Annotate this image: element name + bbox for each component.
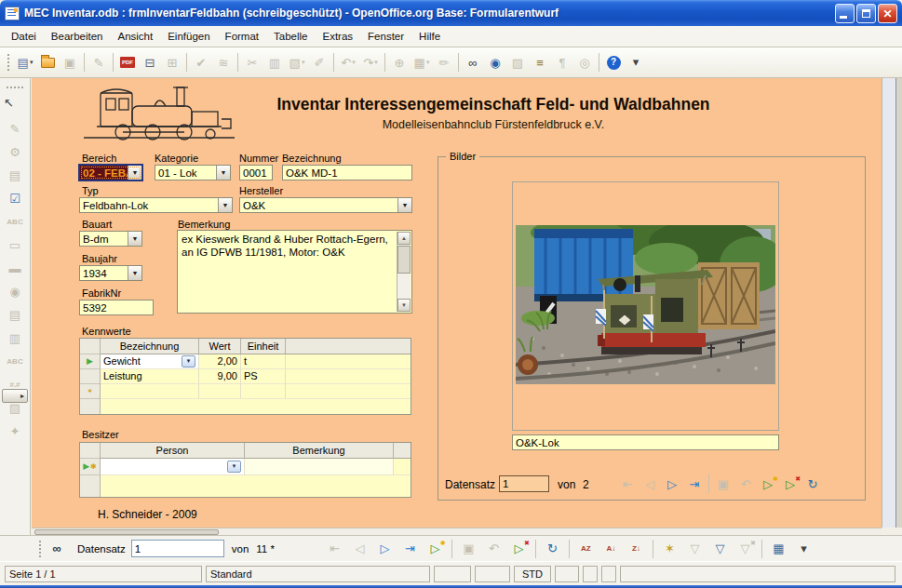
toolbar-overflow-button[interactable]: ▾ — [792, 539, 815, 559]
checkbox-control-button[interactable]: ☑ — [4, 187, 26, 210]
new-document-button[interactable]: ▤▾ — [14, 52, 36, 74]
bereich-combobox[interactable]: 02 - FEBA ▼ — [78, 164, 143, 181]
cell-bezeichnung[interactable] — [101, 384, 199, 399]
hersteller-combobox[interactable]: O&K ▼ — [239, 197, 412, 213]
grid-corner[interactable] — [80, 339, 101, 354]
cell-bemerkung[interactable] — [245, 459, 394, 475]
data-sources-button[interactable]: ≡ — [529, 52, 551, 74]
status-insert-mode[interactable]: STD — [514, 566, 551, 582]
sort-button[interactable]: AZ — [574, 539, 598, 559]
cell-einheit[interactable]: t — [241, 354, 286, 369]
menu-item-extras[interactable]: Extras — [315, 28, 360, 45]
cell-wert[interactable]: 9,00 — [199, 369, 241, 384]
refresh-button[interactable]: ↻ — [541, 539, 564, 559]
menu-item-fenster[interactable]: Fenster — [360, 28, 411, 45]
sort-ascending-button[interactable]: A↓ — [599, 539, 623, 559]
row-selector[interactable] — [80, 475, 101, 497]
typ-dropdown-button[interactable]: ▼ — [218, 198, 232, 212]
autofilter-button[interactable]: ✶ — [658, 539, 681, 559]
cell-bezeichnung[interactable]: Gewicht▼ — [101, 354, 199, 369]
table-row-new[interactable]: ▶✱ ▼ — [80, 459, 411, 475]
baujahr-dropdown-button[interactable]: ▼ — [128, 266, 141, 280]
refresh-button[interactable]: ↻ — [801, 474, 824, 493]
column-header-person[interactable]: Person — [101, 443, 245, 459]
navigator-button[interactable]: ◉ — [484, 52, 506, 74]
fabriknr-input[interactable] — [79, 300, 154, 315]
toolbar-grip[interactable] — [37, 539, 42, 559]
nummer-input[interactable] — [239, 165, 273, 180]
cell-wert[interactable]: 2,00 — [199, 354, 241, 369]
table-row-new[interactable]: ✶ — [80, 384, 411, 399]
bilder-record-input[interactable] — [499, 475, 549, 492]
title-bar[interactable]: MEC Inventar.odb : frmInventarFeldbahn (… — [0, 0, 902, 26]
record-number-input[interactable] — [131, 540, 224, 557]
grid-corner[interactable] — [80, 443, 101, 459]
menu-item-ansicht[interactable]: Ansicht — [110, 28, 160, 45]
row-selector[interactable]: ▶✱ — [80, 459, 101, 475]
open-button[interactable] — [36, 52, 59, 74]
menu-item-format[interactable]: Format — [218, 28, 266, 45]
baujahr-combobox[interactable]: 1934 ▼ — [79, 265, 142, 281]
cell-dropdown-button[interactable]: ▼ — [227, 461, 241, 473]
toolbar-overflow-button[interactable]: ▾ — [625, 51, 647, 73]
new-record-button[interactable]: ▷✱ — [757, 474, 779, 493]
row-selector[interactable]: ✶ — [80, 384, 101, 399]
help-button[interactable]: ? — [602, 52, 625, 74]
cell-einheit[interactable] — [241, 384, 286, 399]
toolbar-grip[interactable] — [6, 86, 24, 90]
column-header-bemerkung[interactable]: Bemerkung — [245, 443, 394, 459]
last-record-button[interactable]: ⇥ — [683, 474, 706, 493]
toolbar-scroll-button[interactable]: ▸ — [2, 389, 28, 403]
export-pdf-button[interactable]: PDF — [116, 52, 139, 74]
status-page-style[interactable]: Standard — [206, 566, 430, 582]
minimize-button[interactable] — [835, 4, 855, 23]
menu-item-datei[interactable]: Datei — [4, 28, 44, 45]
cell-einheit[interactable]: PS — [241, 369, 286, 384]
hersteller-dropdown-button[interactable]: ▼ — [397, 198, 411, 212]
menu-item-bearbeiten[interactable]: Bearbeiten — [44, 28, 111, 45]
find-record-button[interactable]: ∞ — [46, 538, 68, 559]
bereich-dropdown-button[interactable]: ▼ — [128, 166, 141, 180]
next-record-button[interactable]: ▷ — [373, 539, 397, 559]
sort-descending-button[interactable]: Z↓ — [625, 539, 648, 559]
form-based-filter-button[interactable]: ▽ — [708, 539, 732, 559]
scroll-up-icon[interactable]: ▲ — [397, 232, 411, 245]
bemerkung-scrollbar[interactable]: ▲ ▼ — [397, 232, 411, 312]
table-row[interactable]: ▶ Gewicht▼ 2,00 t — [80, 354, 411, 369]
scrollbar-thumb[interactable] — [397, 246, 411, 274]
cell-dropdown-button[interactable]: ▼ — [182, 355, 195, 368]
close-button[interactable]: ✕ — [878, 4, 897, 23]
bemerkung-textarea[interactable]: ex Kieswerk Brand & Huber Rottach-Egern,… — [177, 230, 412, 314]
bild-caption-input[interactable] — [512, 434, 779, 450]
bauart-dropdown-button[interactable]: ▼ — [128, 232, 141, 246]
new-record-button[interactable]: ▷✱ — [424, 539, 447, 559]
column-header-wert[interactable]: Wert — [199, 339, 241, 354]
kategorie-combobox[interactable]: 01 - Lok ▼ — [155, 165, 231, 180]
data-source-as-table-button[interactable]: ▦ — [767, 539, 790, 559]
next-record-button[interactable]: ▷ — [661, 474, 683, 493]
cell-person[interactable]: ▼ — [101, 459, 245, 475]
table-row[interactable]: Leistung 9,00 PS — [80, 369, 411, 384]
delete-record-button[interactable]: ▷✖ — [779, 474, 801, 493]
delete-record-button[interactable]: ▷✖ — [507, 539, 531, 559]
print-button[interactable]: ⊟ — [139, 52, 161, 74]
bezeichnung-input[interactable] — [282, 165, 412, 180]
column-header-einheit[interactable]: Einheit — [241, 339, 286, 354]
bauart-combobox[interactable]: B-dm ▼ — [79, 231, 142, 247]
last-record-button[interactable]: ⇥ — [398, 539, 422, 559]
scroll-down-icon[interactable]: ▼ — [397, 299, 411, 312]
vertical-scrollbar[interactable] — [882, 78, 895, 528]
maximize-button[interactable] — [856, 4, 876, 23]
kategorie-dropdown-button[interactable]: ▼ — [216, 166, 230, 180]
row-selector[interactable] — [80, 399, 101, 414]
horizontal-scrollbar[interactable] — [32, 528, 882, 535]
cell-wert[interactable] — [199, 384, 241, 399]
menu-item-hilfe[interactable]: Hilfe — [411, 28, 448, 45]
find-replace-button[interactable]: ∞ — [462, 52, 484, 74]
select-pointer-button[interactable]: ↖ — [4, 94, 26, 117]
row-selector[interactable]: ▶ — [80, 354, 101, 369]
menu-item-einf-gen[interactable]: Einfügen — [160, 28, 217, 45]
column-header-bezeichnung[interactable]: Bezeichnung — [101, 339, 199, 354]
toolbar-grip[interactable] — [6, 52, 10, 73]
cell-bezeichnung[interactable]: Leistung — [101, 369, 199, 384]
